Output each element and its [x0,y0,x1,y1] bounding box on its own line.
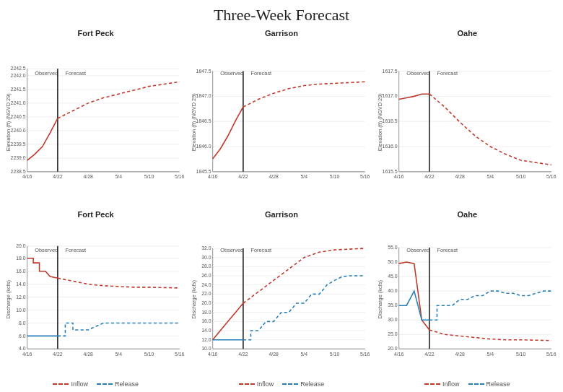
svg-text:14.0: 14.0 [202,328,212,333]
svg-text:5/10: 5/10 [144,174,154,179]
svg-text:5/16: 5/16 [546,351,557,356]
svg-text:16.0: 16.0 [202,318,212,323]
svg-text:4/22: 4/22 [53,174,63,179]
charts-grid: Fort Peck Elevation (ft) (NGVD 29) [3,27,560,389]
page: Three-Week Forecast Fort Peck Elevation … [0,0,563,392]
main-title: Three-Week Forecast [214,6,349,25]
oahe-elev-cell: Oahe Elevation (ft) (NGVD 29) 1615.5 161… [375,27,560,209]
release-label: Release [300,380,324,388]
svg-text:20.0: 20.0 [202,300,212,305]
svg-text:5/4: 5/4 [301,174,308,179]
legend-inflow-garrison: Inflow [239,380,274,388]
svg-text:4/16: 4/16 [394,351,404,356]
release-line-icon [97,383,113,385]
svg-text:Forecast: Forecast [251,247,272,253]
svg-text:Discharge (kcfs): Discharge (kcfs) [5,280,12,318]
svg-text:1616.0: 1616.0 [382,144,397,149]
garrison-elev-svg: Elevation (ft) (NGVD 29) 1845.5 1846.0 1… [190,38,372,207]
release-line-icon [282,383,298,385]
fort-peck-elev-cell: Fort Peck Elevation (ft) (NGVD 29) [3,27,188,209]
svg-text:6.0: 6.0 [19,333,26,338]
svg-text:32.0: 32.0 [202,245,212,251]
svg-text:28.0: 28.0 [202,263,212,269]
svg-text:1615.5: 1615.5 [382,169,397,174]
svg-text:Discharge (kcfs): Discharge (kcfs) [191,280,198,318]
svg-text:4/16: 4/16 [208,174,218,179]
svg-text:4/16: 4/16 [208,351,218,356]
svg-text:5/16: 5/16 [360,351,370,356]
svg-text:Observed: Observed [406,70,429,77]
oahe-elev-area: Elevation (ft) (NGVD 29) 1615.5 1616.0 1… [376,38,559,207]
svg-text:4/28: 4/28 [83,351,93,356]
svg-text:Forecast: Forecast [251,70,272,77]
garrison-legend: Inflow Release [239,380,325,388]
svg-text:4/16: 4/16 [22,351,32,356]
fort-peck-legend: Inflow Release [53,380,139,388]
oahe-elev-title: Oahe [458,29,478,38]
svg-text:22.0: 22.0 [202,291,212,296]
svg-text:5/16: 5/16 [175,174,185,179]
svg-text:1845.5: 1845.5 [196,169,211,174]
svg-text:45.0: 45.0 [388,274,398,279]
svg-text:16.0: 16.0 [16,268,26,273]
fort-peck-elev-title: Fort Peck [78,29,114,38]
svg-text:4/28: 4/28 [269,174,279,179]
svg-text:Observed: Observed [221,247,244,253]
svg-text:5/4: 5/4 [115,351,123,356]
legend-release-garrison: Release [282,380,324,388]
svg-text:4/22: 4/22 [53,351,63,356]
inflow-line-icon [424,383,440,385]
fort-peck-dis-svg: Discharge (kcfs) 4.0 6.0 8.0 10.0 [4,219,187,380]
svg-text:5/4: 5/4 [301,351,308,356]
svg-text:Forecast: Forecast [437,247,458,253]
inflow-label: Inflow [257,380,274,388]
svg-text:25.0: 25.0 [388,331,398,336]
svg-text:4/22: 4/22 [239,351,249,356]
svg-text:10.0: 10.0 [16,307,26,312]
svg-text:5/16: 5/16 [360,174,370,179]
svg-text:2242.0: 2242.0 [11,73,26,78]
svg-text:4/22: 4/22 [424,174,435,179]
svg-text:4/28: 4/28 [455,174,465,179]
svg-text:8.0: 8.0 [19,320,26,325]
svg-text:2241.0: 2241.0 [11,100,26,105]
svg-text:2239.5: 2239.5 [11,141,26,147]
oahe-elev-svg: Elevation (ft) (NGVD 29) 1615.5 1616.0 1… [376,38,559,207]
svg-text:18.0: 18.0 [202,309,212,314]
svg-text:4/22: 4/22 [424,351,435,356]
svg-text:2240.0: 2240.0 [11,128,26,133]
fort-peck-elev-area: Elevation (ft) (NGVD 29) 2238.5 2239.0 [4,38,187,207]
svg-text:1616.5: 1616.5 [382,118,397,123]
svg-text:55.0: 55.0 [388,245,398,250]
legend-inflow-oahe: Inflow [424,380,460,388]
svg-text:4/22: 4/22 [239,174,249,179]
svg-text:12.0: 12.0 [202,336,212,341]
oahe-legend: Inflow Release [424,380,510,388]
svg-text:20.0: 20.0 [388,346,398,351]
fort-peck-dis-title: Fort Peck [78,210,114,219]
svg-text:Discharge (kcfs): Discharge (kcfs) [377,280,383,318]
svg-text:5/16: 5/16 [175,351,185,356]
svg-text:5/10: 5/10 [330,174,340,179]
release-label: Release [115,380,139,388]
svg-text:Forecast: Forecast [437,70,458,77]
oahe-dis-area: Discharge (kcfs) 20.0 25.0 30.0 35.0 40. [376,219,559,380]
svg-text:24.0: 24.0 [202,282,212,287]
legend-inflow: Inflow [53,380,88,388]
svg-text:1846.0: 1846.0 [196,144,211,149]
svg-text:20.0: 20.0 [16,243,26,248]
svg-text:5/16: 5/16 [546,174,557,179]
fort-peck-dis-area: Discharge (kcfs) 4.0 6.0 8.0 10.0 [4,219,187,380]
svg-text:4.0: 4.0 [19,346,26,351]
release-label: Release [486,380,510,388]
svg-text:50.0: 50.0 [388,259,398,264]
svg-text:2239.0: 2239.0 [11,155,26,160]
svg-text:Forecast: Forecast [65,70,86,77]
svg-text:5/10: 5/10 [516,351,526,356]
fort-peck-dis-cell: Fort Peck Discharge (kcfs) 4.0 6. [3,209,188,390]
svg-text:5/4: 5/4 [486,174,494,179]
inflow-line-icon [53,383,69,385]
garrison-dis-title: Garrison [265,210,298,219]
oahe-dis-svg: Discharge (kcfs) 20.0 25.0 30.0 35.0 40. [376,219,559,380]
svg-text:10.0: 10.0 [202,346,212,351]
